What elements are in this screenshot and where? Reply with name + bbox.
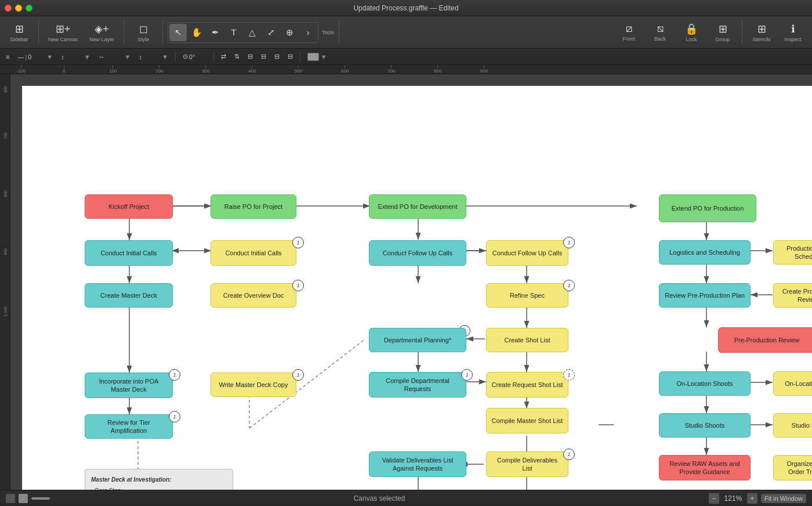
badge-refine-spec: 1	[563, 280, 575, 291]
node-organize-raw[interactable]: Organize RAW Order Trans...	[773, 455, 812, 480]
inspect-icon: ℹ	[791, 23, 795, 35]
node-conduct-follow-cyan[interactable]: Conduct Follow Up Calls	[369, 240, 466, 266]
dist-v[interactable]: ⊟	[285, 52, 295, 62]
lock-button[interactable]: 🔒 Lock	[677, 20, 706, 45]
new-layer-label: New Layer	[89, 37, 114, 42]
color-fill[interactable]: ▼	[305, 52, 329, 62]
tools-label: Tools	[322, 30, 334, 35]
node-compile-master-shot-list[interactable]: Compile Master Shot List	[486, 408, 568, 433]
x-field[interactable]: —| ▼	[15, 52, 55, 62]
node-conduct-follow-yellow[interactable]: Conduct Follow Up Calls	[486, 240, 568, 266]
back-button[interactable]: ⧅ Back	[646, 20, 675, 44]
node-studio-sh[interactable]: Studio Sh...	[773, 413, 812, 438]
titlebar: Updated Process.graffle — Edited	[0, 0, 812, 16]
back-icon: ⧅	[657, 23, 664, 35]
zoom-in-button[interactable]: +	[747, 493, 757, 504]
y-input[interactable]	[66, 53, 83, 60]
zoom-out-button[interactable]: −	[709, 493, 719, 504]
stencils-button[interactable]: ⊞ Stencils	[747, 20, 776, 45]
x-input[interactable]	[28, 53, 45, 60]
style-icon: ◻	[139, 23, 148, 35]
status-box-2[interactable]	[19, 494, 28, 503]
inspect-button[interactable]: ℹ Inspect	[778, 20, 807, 45]
node-conduct-initial-yellow[interactable]: Conduct Initial Calls	[211, 240, 296, 266]
node-compile-dept-requests[interactable]: Compile Departmental Requests	[369, 372, 466, 397]
node-write-master-deck[interactable]: Write Master Deck Copy	[211, 373, 296, 397]
rotation-input[interactable]	[189, 53, 206, 60]
align-right[interactable]: ⊟	[272, 52, 282, 62]
node-preproduction-review[interactable]: Pre-Production Review	[718, 327, 812, 353]
align-left[interactable]: ⊟	[245, 52, 255, 62]
shape-tool[interactable]: △	[244, 24, 261, 41]
node-conduct-initial-cyan[interactable]: Conduct Initial Calls	[85, 240, 173, 266]
node-create-overview-doc[interactable]: Create Overview Doc	[211, 283, 296, 308]
node-extend-po-prod[interactable]: Extend PO for Production	[659, 194, 756, 222]
new-canvas-button[interactable]: ⊞+ New Canvas	[44, 20, 82, 45]
front-button[interactable]: ⧄ Front	[614, 20, 643, 44]
node-extend-po-dev[interactable]: Extend PO for Development	[369, 194, 466, 219]
height-input[interactable]	[143, 53, 161, 60]
width-field[interactable]: ↔ ▼	[96, 52, 133, 62]
connect-tool[interactable]: ⤢	[262, 24, 280, 41]
node-create-request-shot-list[interactable]: Create Request Shot List	[486, 372, 568, 397]
canvas-pages[interactable]	[31, 497, 50, 500]
node-on-location-cyan[interactable]: On-Location Shoots	[659, 371, 751, 396]
flip-v[interactable]: ⇅	[232, 52, 242, 62]
divider-5	[742, 21, 742, 44]
dist-h[interactable]: ⊟	[259, 52, 269, 62]
node-kickoff[interactable]: Kickoff Project	[85, 194, 173, 219]
node-production-log[interactable]: Production Log Schedule	[773, 240, 812, 265]
node-review-raw[interactable]: Review RAW Assets and Provide Guidance	[659, 455, 751, 480]
sidebar-toggle[interactable]: ⊞ Sidebar	[5, 20, 34, 45]
front-icon: ⧄	[626, 23, 632, 35]
measure-tool[interactable]: ⊕	[281, 24, 298, 41]
pan-tool[interactable]: ✋	[188, 24, 205, 41]
badge-incorporate: 1	[169, 369, 180, 381]
inspect-label: Inspect	[784, 37, 801, 42]
select-tool[interactable]: ↖	[169, 24, 187, 41]
node-logistics[interactable]: Logistics and Scheduling	[659, 240, 751, 265]
text-tool[interactable]: T	[225, 24, 242, 41]
node-validate-deliverables[interactable]: Validate Deliverables List Against Reque…	[369, 451, 466, 477]
status-box-1[interactable]	[6, 494, 15, 503]
width-input[interactable]	[106, 53, 124, 60]
canvas-area[interactable]: 600 700 800 900 1,000	[0, 74, 812, 490]
rotation-field[interactable]: ⊙	[180, 52, 209, 62]
node-review-tier[interactable]: Review for Tier Amplification	[85, 414, 173, 439]
style-button[interactable]: ◻ Style	[129, 20, 158, 45]
node-create-shot-list[interactable]: Create Shot List	[486, 328, 568, 352]
new-layer-button[interactable]: ◈+ New Layer	[85, 20, 119, 45]
note-title: Master Deck at Investigation:	[91, 475, 227, 484]
divider-4	[339, 21, 339, 44]
new-canvas-label: New Canvas	[48, 37, 78, 42]
status-bar: Canvas selected − 121% + Fit in Window	[0, 490, 812, 506]
grid-toggle[interactable]: ≡	[3, 52, 12, 62]
flip-h[interactable]: ⇄	[219, 52, 229, 62]
node-departmental-planning[interactable]: Departmental Planning*	[369, 328, 466, 352]
fit-window-button[interactable]: Fit in Window	[761, 494, 806, 503]
traffic-lights[interactable]	[5, 5, 32, 12]
tb2-divider-3	[300, 52, 300, 62]
node-review-preproduction[interactable]: Review Pre-Production Plan	[659, 283, 751, 308]
y-field[interactable]: ↕ ▼	[59, 52, 92, 62]
canvas-scroll[interactable]: Kickoff Project Raise PO for Project Con…	[10, 74, 812, 490]
minimize-button[interactable]	[15, 5, 22, 12]
maximize-button[interactable]	[26, 5, 32, 12]
node-raise-po[interactable]: Raise PO for Project	[211, 194, 296, 219]
more-tools[interactable]: ›	[299, 24, 317, 41]
group-label: Group	[715, 37, 730, 42]
pen-tool[interactable]: ✒	[206, 24, 224, 41]
node-create-master-deck[interactable]: Create Master Deck	[85, 283, 173, 308]
tb2-divider-2	[213, 52, 214, 62]
statusbar-left	[6, 494, 50, 503]
close-button[interactable]	[5, 5, 12, 12]
node-compile-deliverables[interactable]: Compile Deliverables List	[486, 451, 568, 477]
node-incorporate-poa[interactable]: Incorporate into POA Master Deck	[85, 373, 173, 398]
node-create-production-review[interactable]: Create Production Review	[773, 283, 812, 308]
node-on-location-yellow[interactable]: On-Location S...	[773, 371, 812, 396]
node-studio-shoots[interactable]: Studio Shoots	[659, 413, 751, 438]
group-button[interactable]: ⊞ Group	[708, 20, 737, 45]
right-toolbar: ⧄ Front ⧅ Back 🔒 Lock ⊞ Group ⊞ Stencils…	[614, 20, 807, 45]
height-field[interactable]: ↕ ▼	[136, 52, 170, 62]
node-refine-spec[interactable]: Refine Spec	[486, 283, 568, 308]
